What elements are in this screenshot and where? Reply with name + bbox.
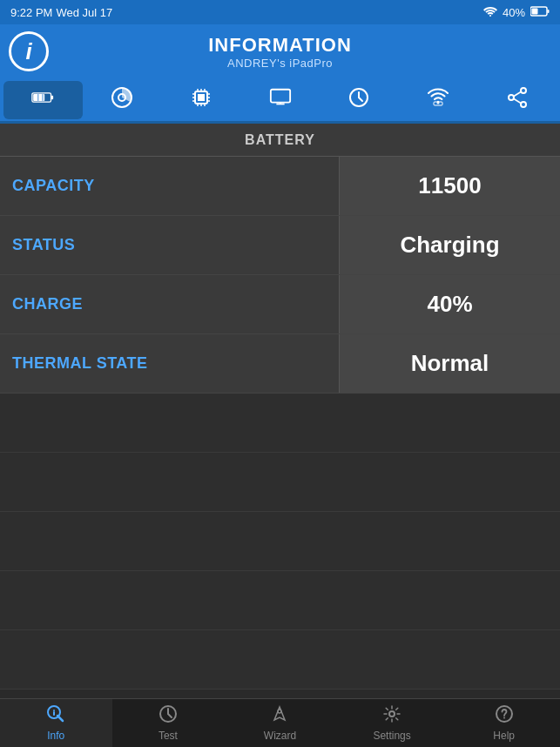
tab-display[interactable] [240,81,320,119]
status-time: 9:22 PM [10,6,52,19]
svg-rect-2 [532,8,538,14]
wifi-tab-icon [427,86,449,114]
status-value: Charging [340,216,560,274]
tab-cpu[interactable] [161,81,240,119]
app-title: INFORMATION [208,34,352,57]
bottom-nav-test[interactable]: Test [112,699,225,747]
display-tab-icon [269,86,292,114]
header-title: INFORMATION ANDREY's iPadPro [208,34,352,70]
capacity-label: CAPACITY [0,157,340,215]
svg-point-33 [521,102,526,107]
bottom-nav-wizard[interactable]: Wizard [224,699,336,747]
test-nav-label: Test [159,730,178,742]
row-thermal-state: THERMAL STATE Normal [0,334,560,394]
svg-point-32 [509,95,514,100]
test-nav-icon [159,704,178,728]
status-bar: 9:22 PM Wed Jul 17 40% [0,0,560,24]
disk-tab-icon [111,86,133,114]
svg-rect-6 [51,95,53,98]
help-nav-icon [495,704,514,728]
help-nav-label: Help [493,730,515,742]
empty-rows [0,394,560,698]
tab-share[interactable] [477,81,557,119]
info-nav-label: Info [47,730,64,742]
svg-point-44 [503,717,505,719]
cpu-tab-icon [190,86,213,114]
bottom-nav-help[interactable]: Help [448,699,560,747]
row-capacity: CAPACITY 11500 [0,157,560,216]
svg-point-41 [278,710,281,713]
empty-row-2 [0,453,560,512]
status-time-date: 9:22 PM Wed Jul 17 [10,6,112,19]
capacity-value: 11500 [340,157,560,215]
tab-history[interactable] [320,81,399,119]
wizard-nav-label: Wizard [264,730,296,742]
row-status: STATUS Charging [0,216,560,275]
tab-bar [0,78,560,124]
history-tab-icon [347,86,370,114]
section-title: BATTERY [245,132,315,148]
empty-row-3 [0,512,560,571]
svg-line-35 [514,98,521,103]
wizard-nav-icon [270,704,289,728]
device-name: ANDREY's iPadPro [208,57,352,70]
wifi-indicator [483,6,497,19]
svg-point-42 [389,711,395,717]
section-header: BATTERY [0,124,560,157]
svg-rect-3 [548,10,550,13]
empty-row-1 [0,394,560,453]
svg-rect-25 [270,89,289,102]
charge-label: CHARGE [0,275,340,333]
empty-row-5 [0,630,560,690]
battery-icon [530,6,550,19]
battery-percent: 40% [503,6,525,19]
info-nav-icon [46,704,65,728]
svg-line-34 [514,91,521,96]
thermal-value: Normal [340,334,560,393]
header: i INFORMATION ANDREY's iPadPro [0,24,560,78]
status-label: STATUS [0,216,340,274]
app-icon: i [9,31,49,71]
charge-value: 40% [340,275,560,333]
empty-row-4 [0,571,560,630]
svg-rect-12 [198,94,205,101]
bottom-nav: Info Test Wizard Settings [0,698,560,747]
tab-wifi[interactable] [399,81,478,119]
content-area: BATTERY CAPACITY 11500 STATUS Charging C… [0,124,560,698]
status-indicators: 40% [483,6,550,19]
settings-nav-label: Settings [373,730,410,742]
svg-point-0 [489,15,491,17]
bottom-nav-info[interactable]: Info [0,699,112,747]
tab-disk[interactable] [83,81,162,119]
battery-tab-icon [31,86,54,114]
bottom-nav-settings[interactable]: Settings [336,699,449,747]
thermal-label: THERMAL STATE [0,334,340,393]
row-charge: CHARGE 40% [0,275,560,334]
svg-point-31 [521,88,526,93]
settings-nav-icon [382,704,401,728]
status-date: Wed Jul 17 [56,6,112,19]
tab-battery[interactable] [3,81,83,119]
svg-line-37 [57,716,63,721]
share-tab-icon [506,86,529,114]
